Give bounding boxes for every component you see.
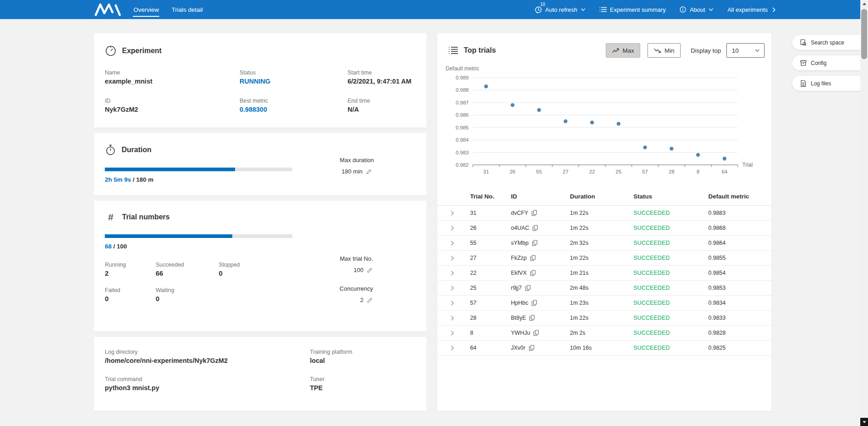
cell-duration: 2m 32s	[570, 240, 633, 246]
field: Trial command python3 mnist.py	[105, 376, 310, 391]
cell-status: SUCCEEDED	[633, 345, 708, 351]
experiment-fields: Name example_mnist Status RUNNING Start …	[105, 69, 416, 113]
vertical-scrollbar	[860, 0, 868, 426]
row-expand-chevron-icon[interactable]	[449, 255, 470, 261]
max-button[interactable]: Max	[606, 43, 641, 58]
cell-default-metric: 0.9854	[708, 270, 771, 276]
display-top-label: Display top	[691, 47, 721, 54]
row-expand-chevron-icon[interactable]	[449, 285, 470, 291]
cell-id: EkfVX	[511, 270, 570, 276]
edit-pencil-icon[interactable]	[367, 297, 373, 303]
log-files-button[interactable]: Log files	[792, 76, 860, 91]
cell-status: SUCCEEDED	[633, 285, 708, 291]
cell-duration: 1m 22s	[570, 255, 633, 261]
display-top-dropdown[interactable]: 10	[726, 43, 765, 58]
cell-id: Bt8yE	[511, 315, 570, 321]
copy-icon[interactable]	[530, 270, 536, 276]
nav-tabs: OverviewTrials detail	[133, 0, 203, 19]
trials-total: / 100	[112, 243, 127, 250]
scrollbar-down-button[interactable]	[860, 418, 868, 426]
row-expand-chevron-icon[interactable]	[449, 240, 470, 246]
svg-text:0.985: 0.985	[456, 125, 469, 130]
table-row: 57 HpHbc 1m 23s SUCCEEDED 0.9834	[437, 296, 771, 311]
stat-value: 0	[219, 269, 295, 277]
scatter-chart-svg: Default metric0.9890.9880.9870.9860.9850…	[444, 64, 761, 183]
copy-icon[interactable]	[529, 315, 535, 321]
edit-pencil-icon[interactable]	[367, 267, 373, 273]
field-value: TPE	[310, 384, 416, 391]
scrollbar-up-button[interactable]	[860, 0, 868, 8]
svg-text:55: 55	[536, 169, 542, 174]
row-expand-chevron-icon[interactable]	[449, 225, 470, 231]
stat: Waiting 0	[156, 287, 219, 302]
search-space-button[interactable]: Search space	[792, 35, 860, 50]
cell-id: dvCFY	[511, 210, 570, 216]
cell-duration: 1m 23s	[570, 300, 633, 306]
duration-progress-fill	[105, 168, 235, 171]
col-status: Status	[633, 193, 708, 200]
col-default-metric: Default metric	[708, 193, 771, 200]
table-row: 8 YWHJu 2m 2s SUCCEEDED 0.9828	[437, 326, 771, 341]
stat-value: 0	[105, 295, 156, 302]
all-experiments-link[interactable]: All experiments	[727, 6, 777, 13]
copy-icon[interactable]	[530, 255, 536, 261]
table-row: 55 sYMbp 2m 32s SUCCEEDED 0.9864	[437, 236, 771, 251]
field-label: Best metric	[240, 98, 348, 104]
min-button-label: Min	[664, 47, 674, 54]
max-duration-value: 180 min	[342, 168, 363, 175]
trial-id-text: FkZzp	[511, 255, 527, 261]
nav-tab-trials-detail[interactable]: Trials detail	[171, 5, 203, 15]
about-menu[interactable]: About	[679, 6, 714, 13]
experiment-summary-button[interactable]: Experiment summary	[599, 6, 666, 13]
top-trials-card: Top trials Max Min Display top 10 Def	[437, 33, 771, 411]
trial-id-text: JXv0r	[511, 345, 525, 351]
config-button[interactable]: Config	[792, 55, 860, 70]
stat-label: Failed	[105, 287, 156, 293]
stat-label: Running	[105, 262, 156, 268]
svg-text:31: 31	[483, 169, 489, 174]
copy-icon[interactable]	[533, 330, 539, 336]
scrollbar-thumb[interactable]	[861, 9, 867, 59]
min-button[interactable]: Min	[647, 43, 681, 58]
cell-trial-no: 25	[470, 285, 511, 291]
svg-text:0.983: 0.983	[456, 150, 469, 155]
copy-icon[interactable]	[532, 225, 538, 231]
info-icon	[679, 6, 687, 13]
row-expand-chevron-icon[interactable]	[449, 315, 470, 321]
max-trial-block: Max trial No. 100	[340, 255, 373, 274]
nav-tab-overview[interactable]: Overview	[133, 5, 159, 15]
col-trial-no: Trial No.	[470, 193, 511, 200]
trials-progress-track	[105, 234, 292, 238]
row-expand-chevron-icon[interactable]	[449, 210, 470, 216]
copy-icon[interactable]	[525, 285, 531, 291]
field: End time N/A	[348, 98, 416, 113]
copy-icon[interactable]	[531, 300, 537, 306]
chevron-down-icon	[580, 7, 586, 12]
field-value: local	[310, 357, 416, 364]
edit-pencil-icon[interactable]	[366, 168, 372, 175]
cell-trial-no: 22	[470, 270, 511, 276]
field: Name example_mnist	[105, 69, 240, 85]
trend-up-icon	[612, 48, 619, 54]
auto-refresh-button[interactable]: 10 Auto refresh	[535, 6, 586, 14]
cell-id: FkZzp	[511, 255, 570, 261]
svg-text:0.987: 0.987	[456, 100, 469, 105]
svg-text:0.986: 0.986	[456, 112, 469, 118]
row-expand-chevron-icon[interactable]	[449, 345, 470, 351]
field-value: 0.988300	[240, 106, 348, 113]
field-label: ID	[105, 98, 240, 104]
row-expand-chevron-icon[interactable]	[449, 270, 470, 276]
copy-icon[interactable]	[531, 210, 537, 216]
field: Tuner TPE	[310, 376, 416, 391]
search-space-icon	[800, 39, 807, 46]
row-expand-chevron-icon[interactable]	[449, 330, 470, 336]
copy-icon[interactable]	[532, 240, 538, 246]
field-value: N/A	[348, 106, 416, 113]
table-row: 26 o4UAC 1m 22s SUCCEEDED 0.9868	[437, 221, 771, 236]
row-expand-chevron-icon[interactable]	[449, 300, 470, 306]
copy-icon[interactable]	[529, 345, 535, 351]
cell-status: SUCCEEDED	[633, 330, 708, 336]
config-icon	[800, 59, 807, 67]
side-pill-label: Search space	[811, 40, 844, 46]
table-row: 25 r9jj7 2m 48s SUCCEEDED 0.9853	[437, 281, 771, 296]
